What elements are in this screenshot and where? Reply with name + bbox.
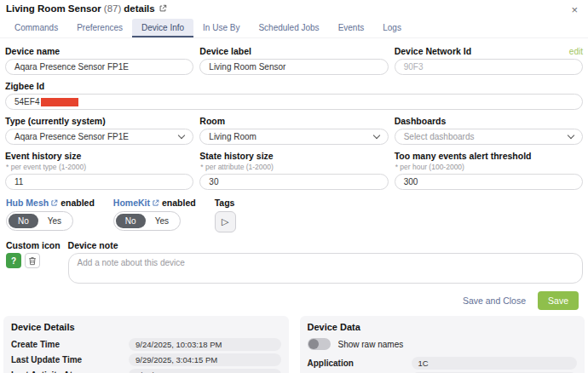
hub-mesh-toggle: No Yes xyxy=(6,211,73,231)
tab-events[interactable]: Events xyxy=(329,19,374,37)
too-many-events-hint: * per hour (100-2000) xyxy=(395,163,583,171)
device-note-group: Device note xyxy=(68,240,583,284)
chevron-down-icon xyxy=(372,132,379,139)
redaction-overlay xyxy=(41,98,78,106)
device-data-panel: Device Data Show raw names Application 1… xyxy=(300,316,585,373)
tab-preferences[interactable]: Preferences xyxy=(67,19,132,37)
dashboards-label: Dashboards xyxy=(395,116,583,126)
device-details-title: Device Details xyxy=(11,322,281,332)
last-update-time-value: 9/29/2025, 3:04:15 PM xyxy=(129,353,281,366)
save-button[interactable]: Save xyxy=(538,291,579,310)
device-title-name: Living Room Sensor xyxy=(6,3,101,14)
state-history-size-input[interactable]: 30 xyxy=(199,174,388,190)
tags-group: Tags ▷ xyxy=(215,198,236,232)
device-id: (87) xyxy=(104,3,121,14)
device-network-id-input: 90F3 xyxy=(395,59,583,75)
device-network-id-label: Device Network Id xyxy=(395,46,471,56)
open-in-new-icon xyxy=(50,199,58,207)
type-label: Type (currently system) xyxy=(5,116,193,126)
event-history-size-label: Event history size xyxy=(5,151,193,161)
chevron-down-icon xyxy=(568,132,574,139)
open-in-new-icon[interactable] xyxy=(159,4,167,13)
event-history-size-input[interactable]: 11 xyxy=(5,174,193,190)
table-row: Last Update Time 9/29/2025, 3:04:15 PM xyxy=(11,353,281,366)
dashboards-placeholder: Select dashboards xyxy=(404,132,475,141)
edit-network-id-link[interactable]: edit xyxy=(569,47,583,56)
room-label: Room xyxy=(199,116,388,126)
trash-icon[interactable] xyxy=(25,253,40,268)
info-panels: Device Details Create Time 9/24/2025, 10… xyxy=(0,316,588,373)
custom-icon-label: Custom icon xyxy=(6,240,61,250)
too-many-events-label: Too many events alert threshold xyxy=(395,151,583,161)
hub-mesh-enabled-label: enabled xyxy=(61,198,95,208)
tab-in-use-by[interactable]: In Use By xyxy=(193,19,249,37)
room-select[interactable]: Living Room xyxy=(199,129,388,145)
device-name-input[interactable]: Aqara Presence Sensor FP1E xyxy=(5,59,193,75)
zigbee-id-label: Zigbee Id xyxy=(5,81,583,91)
toggle-knob xyxy=(308,339,319,349)
homekit-link[interactable]: HomeKit xyxy=(113,198,159,208)
tags-expand-button[interactable]: ▷ xyxy=(215,211,236,232)
table-row: Application 1C xyxy=(308,357,578,370)
type-select[interactable]: Aqara Presence Sensor FP1E xyxy=(5,129,193,145)
custom-icon-button[interactable]: ? xyxy=(6,253,21,268)
state-history-size-hint: * per attribute (1-2000) xyxy=(200,163,388,171)
too-many-events-input[interactable]: 300 xyxy=(395,174,583,190)
tab-device-info[interactable]: Device Info xyxy=(132,19,193,37)
table-row: Last Activity At 9/24/2025, 10:03:49 PM xyxy=(11,369,281,373)
show-raw-names-toggle[interactable] xyxy=(308,338,331,350)
device-data-title: Device Data xyxy=(308,322,578,332)
device-label-label: Device label xyxy=(199,46,388,56)
hub-mesh-link[interactable]: Hub Mesh xyxy=(6,198,58,208)
device-note-label: Device note xyxy=(68,240,583,250)
play-icon: ▷ xyxy=(222,216,228,227)
homekit-no-button[interactable]: No xyxy=(116,214,146,228)
room-selected-value: Living Room xyxy=(209,132,257,141)
zigbee-id-value: 54EF4 xyxy=(14,97,39,106)
header: Living Room Sensor (87) details × xyxy=(0,0,588,17)
dashboards-select[interactable]: Select dashboards xyxy=(395,129,583,145)
homekit-yes-button[interactable]: Yes xyxy=(146,214,178,228)
zigbee-id-input[interactable]: 54EF4 xyxy=(5,94,583,110)
table-row: Create Time 9/24/2025, 10:03:18 PM xyxy=(11,338,281,351)
homekit-group: HomeKit enabled No Yes xyxy=(113,198,196,231)
device-details-panel: Device Details Create Time 9/24/2025, 10… xyxy=(3,316,289,373)
application-value: 1C xyxy=(412,357,578,370)
device-title-suffix: details xyxy=(124,3,154,14)
open-in-new-icon xyxy=(152,199,159,207)
state-history-size-label: State history size xyxy=(199,151,388,161)
device-label-input[interactable]: Living Room Sensor xyxy=(199,59,388,75)
tab-commands[interactable]: Commands xyxy=(5,19,67,37)
custom-icon-group: Custom icon ? xyxy=(6,240,61,284)
tab-logs[interactable]: Logs xyxy=(373,19,411,37)
chevron-down-icon xyxy=(178,132,185,139)
create-time-value: 9/24/2025, 10:03:18 PM xyxy=(129,338,281,351)
homekit-enabled-label: enabled xyxy=(162,198,196,208)
homekit-toggle: No Yes xyxy=(113,211,181,231)
tab-bar: Commands Preferences Device Info In Use … xyxy=(0,17,588,38)
type-selected-value: Aqara Presence Sensor FP1E xyxy=(14,132,129,141)
page-title: Living Room Sensor (87) details xyxy=(6,3,167,14)
tab-scheduled-jobs[interactable]: Scheduled Jobs xyxy=(249,19,328,37)
device-name-label: Device name xyxy=(5,46,193,56)
hub-mesh-group: Hub Mesh enabled No Yes xyxy=(6,198,95,231)
hub-mesh-yes-button[interactable]: Yes xyxy=(38,214,71,228)
save-and-close-button[interactable]: Save and Close xyxy=(463,296,526,306)
event-history-size-hint: * per event type (1-2000) xyxy=(6,163,193,171)
device-note-input[interactable] xyxy=(68,253,583,284)
device-info-form: Device name Aqara Presence Sensor FP1E D… xyxy=(0,38,588,316)
hub-mesh-no-button[interactable]: No xyxy=(9,214,38,228)
last-activity-at-value: 9/24/2025, 10:03:49 PM xyxy=(129,369,281,373)
close-icon[interactable]: × xyxy=(568,3,581,16)
tags-label: Tags xyxy=(215,198,235,208)
show-raw-names-label: Show raw names xyxy=(338,340,404,349)
